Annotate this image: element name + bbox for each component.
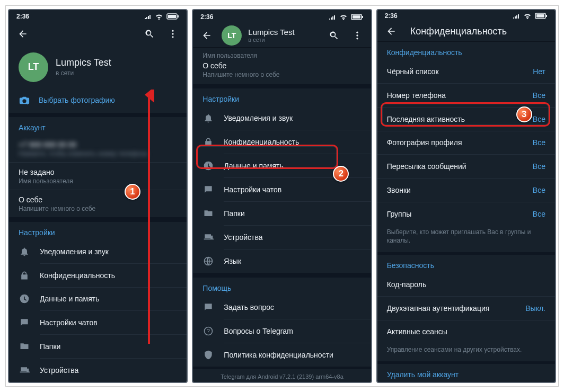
status-time: 2:36 <box>16 13 29 20</box>
settings-notifications[interactable]: Уведомления и звук <box>9 240 187 263</box>
appbar: Конфиденциальность <box>377 21 555 41</box>
settings-chats[interactable]: Настройки чатов <box>193 178 371 201</box>
settings-notifications[interactable]: Уведомления и звук <box>193 106 371 130</box>
choose-photo-button[interactable]: Выбрать фотографию <box>9 87 187 113</box>
calls-value: Все <box>533 186 545 194</box>
username-row[interactable]: Не задано Имя пользователя <box>9 163 187 190</box>
policy-label: Политика конфиденциальности <box>224 351 333 359</box>
settings-folders[interactable]: Папки <box>193 202 371 225</box>
privacy-forward[interactable]: Пересылка сообщений Все <box>377 155 555 178</box>
svg-point-11 <box>356 34 358 36</box>
privacy-blacklist[interactable]: Чёрный список Нет <box>377 60 555 83</box>
groups-value: Все <box>533 210 545 218</box>
folder-icon <box>202 208 214 219</box>
chat-icon <box>202 302 214 313</box>
blacklist-value: Нет <box>533 67 545 76</box>
avatar[interactable]: LT <box>222 25 242 46</box>
about-row[interactable]: О себе Напишите немного о себе <box>193 60 371 84</box>
svg-point-4 <box>172 33 174 34</box>
profile-name: Lumpics Test <box>248 28 294 37</box>
section-security: Безопасность <box>377 255 555 273</box>
settings-data[interactable]: Данные и память <box>193 154 371 177</box>
devices-label: Устройства <box>40 366 78 375</box>
chat-icon <box>19 317 30 328</box>
about-row[interactable]: О себе Напишите немного о себе <box>9 190 187 217</box>
help-faq[interactable]: ? Вопросы о Telegram <box>193 319 371 343</box>
phone-value: Все <box>533 91 545 100</box>
username-label: Имя пользователя <box>19 177 177 185</box>
forward-label: Пересылка сообщений <box>387 162 523 171</box>
folders-label: Папки <box>40 342 60 351</box>
wifi-icon <box>155 13 163 20</box>
privacy-calls[interactable]: Звонки Все <box>377 179 555 202</box>
svg-point-12 <box>356 38 358 39</box>
avatar[interactable]: LT <box>19 52 48 82</box>
bell-icon <box>202 113 214 123</box>
data-label: Данные и память <box>224 162 283 170</box>
blacklist-label: Чёрный список <box>387 67 523 76</box>
profile-header: LT Lumpics Test в сети <box>9 45 187 87</box>
folders-label: Папки <box>224 209 244 218</box>
privacy-phone[interactable]: Номер телефона Все <box>377 84 555 107</box>
more-button[interactable] <box>164 25 181 42</box>
settings-chats[interactable]: Настройки чатов <box>9 311 187 334</box>
help-ask[interactable]: Задать вопрос <box>193 296 371 319</box>
screen-1: 2:36 LT Lumpics Test в сети Выбрать фото… <box>8 9 188 383</box>
section-settings: Настройки <box>9 222 187 240</box>
statusbar: 2:36 <box>9 10 187 23</box>
wifi-icon <box>523 13 532 19</box>
privacy-lastseen[interactable]: Последняя активность Все <box>377 108 555 131</box>
chat-icon <box>202 184 214 195</box>
security-passcode[interactable]: Код-пароль <box>377 273 555 296</box>
privacy-photo[interactable]: Фотография профиля Все <box>377 131 555 154</box>
status-time: 2:36 <box>200 13 213 21</box>
phone-label: Номер телефона <box>387 91 523 100</box>
lastseen-label: Последняя активность <box>387 115 523 123</box>
search-button[interactable] <box>325 27 342 44</box>
devices-label: Устройства <box>224 233 262 242</box>
section-privacy: Конфиденциальность <box>377 42 555 60</box>
settings-devices[interactable]: Устройства <box>193 226 371 249</box>
about-label: Напишите немного о себе <box>202 71 361 78</box>
sessions-label: Активные сеансы <box>387 327 545 336</box>
security-twofa[interactable]: Двухэтапная аутентификация Выкл. <box>377 297 555 320</box>
battery-icon <box>535 13 548 19</box>
back-button[interactable] <box>383 23 400 40</box>
help-policy[interactable]: Политика конфиденциальности <box>193 343 371 367</box>
folder-icon <box>19 341 30 352</box>
status-time: 2:36 <box>385 12 398 20</box>
battery-icon <box>351 14 364 20</box>
settings-devices[interactable]: Устройства <box>9 359 187 382</box>
svg-rect-2 <box>178 15 179 17</box>
calls-label: Звонки <box>387 186 523 194</box>
privacy-groups[interactable]: Группы Все <box>377 202 555 226</box>
sessions-note: Управление сеансами на других устройства… <box>377 343 555 361</box>
account-phone-row[interactable]: +7 900 000 00 00 Нажмите, чтобы изменить… <box>9 135 187 162</box>
svg-point-10 <box>356 31 358 33</box>
statusbar: 2:36 <box>377 10 555 21</box>
wifi-icon <box>339 14 348 20</box>
delete-account[interactable]: Удалить мой аккаунт <box>377 364 555 382</box>
settings-language[interactable]: Язык <box>193 250 371 273</box>
svg-rect-1 <box>168 15 176 18</box>
notifications-label: Уведомления и звук <box>40 247 109 256</box>
back-button[interactable] <box>198 27 215 44</box>
settings-folders[interactable]: Папки <box>9 335 187 358</box>
profile-status: в сети <box>248 37 294 43</box>
groups-note: Выберите, кто может приглашать Вас в гру… <box>377 226 555 252</box>
camera-add-icon <box>19 95 30 105</box>
search-button[interactable] <box>141 25 158 42</box>
settings-privacy[interactable]: Конфиденциальность <box>193 130 371 154</box>
security-sessions[interactable]: Активные сеансы <box>377 320 555 343</box>
about-value: О себе <box>202 61 361 70</box>
back-button[interactable] <box>14 25 31 42</box>
svg-point-3 <box>172 30 174 31</box>
more-button[interactable] <box>349 27 366 44</box>
chats-label: Настройки чатов <box>224 185 281 194</box>
devices-icon <box>19 365 30 376</box>
about-label: Напишите немного о себе <box>19 205 177 212</box>
settings-privacy[interactable]: Конфиденциальность <box>9 264 187 287</box>
battery-icon <box>166 13 179 20</box>
settings-data[interactable]: Данные и память <box>9 287 187 310</box>
privacy-label: Конфиденциальность <box>224 138 299 146</box>
